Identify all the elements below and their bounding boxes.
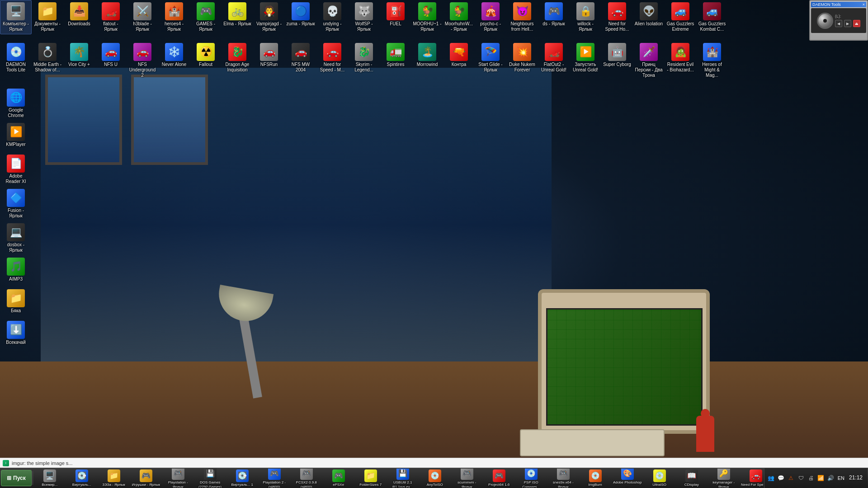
- taskbar-item-foldersizes[interactable]: 📁FolderSizes 7: [355, 469, 387, 488]
- desktop-icon-nfs_ug2[interactable]: 🚗NFS Underground 2: [127, 41, 158, 80]
- desktop-icon-moorhu2[interactable]: 🐓MoorhuhnW... - Ярлык: [443, 0, 475, 34]
- taskbar-item-usbutl[interactable]: 💾USBUtil 2.1 R1.1rus.ex...: [387, 469, 419, 488]
- desktop-icon-flatout[interactable]: 🏎️flatout - Ярлык: [95, 0, 127, 34]
- desktop-icon-fallout[interactable]: ☢️Fallout: [190, 41, 222, 80]
- tray-icon-print[interactable]: 🖨: [807, 474, 815, 482]
- desktop-icon-spintires[interactable]: 🚛Spintires: [380, 41, 411, 80]
- taskbar-item-dos_games[interactable]: 💾DOS Games (2792 Games): [194, 469, 226, 488]
- taskbar-item-snes9x[interactable]: 🎮snes9x-x64 - Ярлык: [547, 469, 579, 488]
- tray-icon-msg[interactable]: 💬: [777, 474, 785, 482]
- taskbar-item-epsxe[interactable]: 🎮ePSXe: [323, 469, 354, 488]
- desktop-icon-willock[interactable]: 🔒willock - Ярлык: [570, 0, 601, 34]
- tray-icon-net[interactable]: 📶: [817, 474, 825, 482]
- desktop-icon-daemon_tools[interactable]: 💿DAEMON Tools Lite: [0, 41, 32, 80]
- taskbar-item-anytois[interactable]: 💿AnyToISO: [419, 469, 451, 488]
- desktop-icon-fuel[interactable]: ⛽FUEL: [380, 0, 411, 34]
- desktop-icon-бяка[interactable]: 📁Бяка: [0, 287, 32, 319]
- desktop-icon-zuma[interactable]: 🔵zuma - Ярлык: [285, 0, 316, 34]
- taskbar-item-keymanager[interactable]: 🔑keymanager - Ярлык: [708, 469, 740, 488]
- desktop-icon-super_cyborg[interactable]: 🤖Super Cyborg: [601, 41, 633, 80]
- imgur-notification-bar[interactable]: i imgur: the simple image s...: [0, 458, 868, 468]
- desktop-icon-undying[interactable]: 💀undying - Ярлык: [316, 0, 348, 34]
- tray-icon-alert[interactable]: ⚠: [787, 474, 795, 482]
- taskbar-item-scummvm[interactable]: 🎮scummvm - Ярлык: [451, 469, 483, 488]
- desktop-icon-dosbox[interactable]: 💻dosbox - Ярлык: [0, 221, 32, 255]
- desktop-icon-nfs_mw[interactable]: 🚗NFS MW 2004: [285, 41, 316, 80]
- daemon-next-btn[interactable]: ▶: [844, 20, 851, 27]
- ds-icon: 🎮: [545, 2, 563, 20]
- undying-label: undying - Ярлык: [318, 21, 347, 32]
- desktop-icon-middle_earth[interactable]: 💍Middle Earth - Shadow of...: [32, 41, 63, 80]
- desktop-icon-heroes4[interactable]: 🏰heroes4 - Ярлык: [158, 0, 190, 34]
- desktop-icon-flatout2[interactable]: 🏎️FlatOut2 - Unreal Gold!: [538, 41, 570, 80]
- taskbar-item-photoshop[interactable]: 🎨Adobe Photoshop ...: [612, 469, 643, 488]
- taskbar-item-imgburn[interactable]: 💿ImgBurn: [580, 469, 611, 488]
- taskbar-item-nfs_speed2[interactable]: 🚗Need For Speed...: [740, 469, 763, 488]
- desktop-icon-nfs_speed[interactable]: 🚗Need for Speed Ho...: [601, 0, 633, 34]
- taskbar-item-virtual2[interactable]: 💽Виртуаль... 1: [226, 469, 258, 488]
- tray-icon-volume[interactable]: 🔊: [827, 474, 835, 482]
- desktop-icon-adobe_reader[interactable]: 📄Adobe Reader XI: [0, 152, 32, 187]
- taskbar-item-ps2_2[interactable]: 🎮Playstation 2 - (r4600): [259, 469, 290, 488]
- desktop-icon-gasguz_komb[interactable]: 🚙Gas Guzzlers Kombat C...: [696, 0, 728, 34]
- desktop-icon-computer[interactable]: 🖥️Компьютер - Ярлык: [0, 0, 32, 34]
- taskbar-item-ultraiso[interactable]: 💿UltraISO: [644, 469, 675, 488]
- desktop-icon-nfs_speed_m[interactable]: 🚗Need for Speed - M...: [316, 41, 348, 80]
- desktop-icon-heroes_might[interactable]: 🏰Heroes of Might & Mag...: [696, 41, 728, 80]
- desktop-icon-elma[interactable]: 🚲Elma - Ярлык: [222, 0, 253, 34]
- desktop-icon-vice_city[interactable]: 🌴Vice City +: [63, 41, 95, 80]
- taskbar-item-psp_iso[interactable]: 💿PSP ISO Compres...: [515, 469, 547, 488]
- taskbar-item-project64[interactable]: 🎮Project64 1.6: [483, 469, 515, 488]
- desktop-icon-morrowind[interactable]: 🏝️Morrowind: [411, 41, 443, 80]
- never_alone-label: Never Alone: [162, 62, 186, 67]
- desktop-icon-fusion[interactable]: 🔷Fusion - Ярлык: [0, 187, 32, 221]
- tray-lang[interactable]: EN: [837, 475, 845, 481]
- desktop-icon-wolfsp[interactable]: 🐺WolfSP - Ярлык: [348, 0, 380, 34]
- left-sidebar-icons: 🌐Google Chrome▶️KMPlayer📄Adobe Reader XI…: [0, 86, 32, 350]
- tray-icon-shield[interactable]: 🛡: [797, 474, 805, 482]
- desktop-icon-dragon_age[interactable]: 🐉Dragon Age Inquisition: [222, 41, 253, 80]
- desktop-icon-nfs_u[interactable]: 🚗NFS U: [95, 41, 127, 80]
- project64-taskbar-icon: 🎮: [493, 469, 505, 482]
- desktop-icon-vsekachay[interactable]: ⬇️Всекачай: [0, 319, 32, 350]
- daemon-eject-btn[interactable]: ⏏: [853, 20, 860, 27]
- desktop-icon-kmplayer[interactable]: ▶️KMPlayer: [0, 121, 32, 152]
- desktop-icon-never_alone[interactable]: ❄️Never Alone: [158, 41, 190, 80]
- taskbar-item-igrushki[interactable]: 🎮Игрушки - Ярлык: [130, 469, 162, 488]
- desktop-icon-neighbours[interactable]: 😈Neighbours from Hell...: [506, 0, 538, 34]
- desktop-icon-gasguz_ext[interactable]: 🚙Gas Guzzlers Extreme: [665, 0, 696, 34]
- start-button[interactable]: ⊞ Пуск: [1, 470, 32, 486]
- desktop-icon-downloads[interactable]: 📥Downloads: [63, 0, 95, 34]
- desktop-icon-documents[interactable]: 📁Документы - Ярлык: [32, 0, 63, 34]
- desktop-icon-prints[interactable]: 🗡️Принц Персии - Два Трона: [633, 41, 665, 80]
- google_chrome-label: Google Chrome: [1, 108, 30, 118]
- flatout-label: flatout - Ярлык: [96, 21, 125, 32]
- desktop-icon-zapustit[interactable]: ▶️Запустить Unreal Gold!: [570, 41, 601, 80]
- desktop-icon-aimp3[interactable]: 🎵AIMP3: [0, 255, 32, 287]
- taskbar-item-cdisplay[interactable]: 📖CDisplay: [676, 469, 708, 488]
- tray-icon-people[interactable]: 👥: [767, 474, 775, 482]
- desktop-icon-google_chrome[interactable]: 🌐Google Chrome: [0, 86, 32, 121]
- desktop-icon-ds[interactable]: 🎮ds - Ярлык: [538, 0, 570, 34]
- taskbar-item-3eza[interactable]: 📁3ЭЗа - Ярлык: [98, 469, 130, 488]
- desktop-icon-resident[interactable]: 🧟Resident Evil - Biohazard...: [665, 41, 696, 80]
- taskbar-item-pcsx2[interactable]: 🎮PCSX2 0.9.8 (r4600): [291, 469, 322, 488]
- daemon-close-icon[interactable]: ×: [863, 2, 865, 7]
- taskbar-item-vsem[interactable]: 🖥️Всемир...: [34, 469, 66, 488]
- daemon-prev-btn[interactable]: ◀: [835, 20, 842, 27]
- taskbar: ⊞ Пуск 🖥️Всемир...💽Виртуаль...📁3ЭЗа - Яр…: [0, 468, 868, 488]
- desktop-icon-games[interactable]: 🎮GAMES - Ярлык: [190, 0, 222, 34]
- desktop-icon-skyrim[interactable]: 🐉Skyrim - Legend...: [348, 41, 380, 80]
- desktop-icon-moorhu1[interactable]: 🐓MOORHU~1 - Ярлык: [411, 0, 443, 34]
- desktop-icon-h3blade[interactable]: ⚔️h3blade - Ярлык: [127, 0, 158, 34]
- desktop-icon-vampirjagd[interactable]: 🧛Vampirjagd - Ярлык: [253, 0, 285, 34]
- desktop-icon-kontra[interactable]: 🔫Контра: [443, 41, 475, 80]
- desktop-icon-alien[interactable]: 👽Alien Isolation: [633, 0, 665, 34]
- desktop-icon-nfsrun[interactable]: 🚗NFSRun: [253, 41, 285, 80]
- clock-time: 21:12: [849, 474, 863, 482]
- taskbar-item-playstation1[interactable]: 🎮Playstation - Ярлык: [162, 469, 194, 488]
- desktop-icon-psycho[interactable]: 🎪psycho-c - Ярлык: [475, 0, 506, 34]
- taskbar-item-virtual1[interactable]: 💽Виртуаль...: [66, 469, 98, 488]
- desktop-icon-duke_nukem[interactable]: 💥Duke Nukem Forever: [506, 41, 538, 80]
- desktop-icon-start_glide[interactable]: 🪂Start Glide - Ярлык: [475, 41, 506, 80]
